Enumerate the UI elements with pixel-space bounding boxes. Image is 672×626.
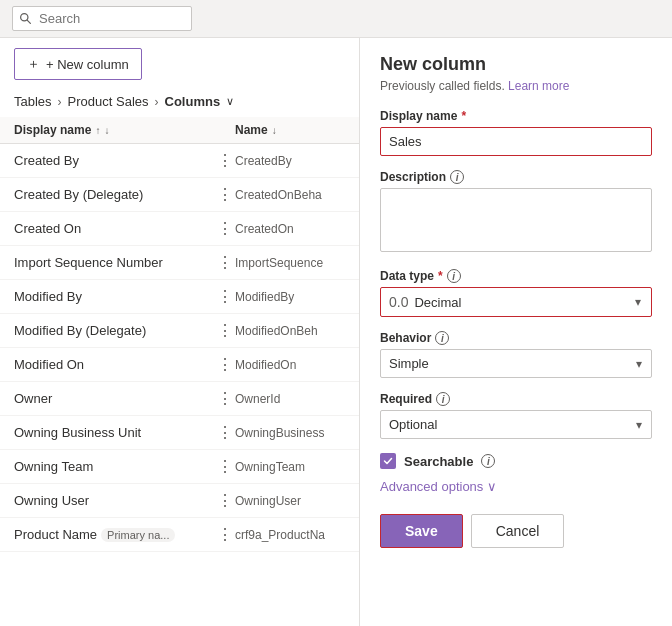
row-display-name: Owning Business Unit bbox=[14, 425, 215, 440]
breadcrumb-product-sales[interactable]: Product Sales bbox=[68, 94, 149, 109]
table-row[interactable]: Product NamePrimary na... ⋮ crf9a_Produc… bbox=[0, 518, 359, 552]
required-select[interactable]: Optional bbox=[380, 410, 652, 439]
row-menu-dots[interactable]: ⋮ bbox=[215, 321, 235, 340]
row-schema-name: CreatedOn bbox=[235, 222, 345, 236]
row-display-name: Owning User bbox=[14, 493, 215, 508]
breadcrumb-sep2: › bbox=[155, 95, 159, 109]
row-menu-dots[interactable]: ⋮ bbox=[215, 389, 235, 408]
row-menu-dots[interactable]: ⋮ bbox=[215, 525, 235, 544]
cancel-button[interactable]: Cancel bbox=[471, 514, 565, 548]
row-display-name: Owner bbox=[14, 391, 215, 406]
plus-icon: ＋ bbox=[27, 55, 40, 73]
footer-buttons: Save Cancel bbox=[380, 514, 652, 548]
sort-down-icon[interactable]: ↓ bbox=[104, 125, 109, 136]
search-bar bbox=[0, 0, 672, 38]
table-body: Created By ⋮ CreatedBy Created By (Deleg… bbox=[0, 144, 359, 626]
table-row[interactable]: Import Sequence Number ⋮ ImportSequence bbox=[0, 246, 359, 280]
display-name-input[interactable] bbox=[380, 127, 652, 156]
table-row[interactable]: Owning Business Unit ⋮ OwningBusiness bbox=[0, 416, 359, 450]
searchable-row: Searchable i bbox=[380, 453, 652, 469]
table-row[interactable]: Owning User ⋮ OwningUser bbox=[0, 484, 359, 518]
data-type-required-star: * bbox=[438, 269, 443, 283]
display-name-label: Display name * bbox=[380, 109, 652, 123]
panel-subtitle: Previously called fields. Learn more bbox=[380, 79, 652, 93]
description-input[interactable] bbox=[380, 188, 652, 252]
row-schema-name: ImportSequence bbox=[235, 256, 345, 270]
searchable-info-icon[interactable]: i bbox=[481, 454, 495, 468]
data-type-value: Decimal bbox=[414, 295, 461, 310]
table-header: Display name ↑ ↓ Name ↓ bbox=[0, 117, 359, 144]
left-panel: ＋ + New column Tables › Product Sales › … bbox=[0, 38, 360, 626]
row-menu-dots[interactable]: ⋮ bbox=[215, 287, 235, 306]
row-schema-name: CreatedOnBeha bbox=[235, 188, 345, 202]
table-row[interactable]: Created On ⋮ CreatedOn bbox=[0, 212, 359, 246]
table-row[interactable]: Modified By ⋮ ModifiedBy bbox=[0, 280, 359, 314]
svg-line-1 bbox=[27, 20, 30, 23]
table-row[interactable]: Created By ⋮ CreatedBy bbox=[0, 144, 359, 178]
data-type-chevron: ▾ bbox=[635, 295, 641, 309]
behavior-label: Behavior i bbox=[380, 331, 652, 345]
data-type-info-icon[interactable]: i bbox=[447, 269, 461, 283]
table-row[interactable]: Owning Team ⋮ OwningTeam bbox=[0, 450, 359, 484]
row-menu-dots[interactable]: ⋮ bbox=[215, 151, 235, 170]
sort-up-icon[interactable]: ↑ bbox=[95, 125, 100, 136]
col-name: Name ↓ bbox=[235, 123, 345, 137]
row-display-name: Created On bbox=[14, 221, 215, 236]
new-column-button[interactable]: ＋ + New column bbox=[14, 48, 142, 80]
data-type-label: Data type * i bbox=[380, 269, 652, 283]
row-display-name: Modified By (Delegate) bbox=[14, 323, 215, 338]
table-row[interactable]: Modified On ⋮ ModifiedOn bbox=[0, 348, 359, 382]
search-icon bbox=[19, 12, 32, 25]
row-display-name: Modified On bbox=[14, 357, 215, 372]
learn-more-link[interactable]: Learn more bbox=[508, 79, 569, 93]
row-schema-name: OwningTeam bbox=[235, 460, 345, 474]
advanced-options-link[interactable]: Advanced options ∨ bbox=[380, 479, 652, 494]
searchable-label: Searchable bbox=[404, 454, 473, 469]
required-star: * bbox=[461, 109, 466, 123]
row-menu-dots[interactable]: ⋮ bbox=[215, 457, 235, 476]
advanced-options-label: Advanced options bbox=[380, 479, 483, 494]
row-display-name: Modified By bbox=[14, 289, 215, 304]
behavior-info-icon[interactable]: i bbox=[435, 331, 449, 345]
behavior-select[interactable]: Simple bbox=[380, 349, 652, 378]
name-sort-icon[interactable]: ↓ bbox=[272, 125, 277, 136]
table-row[interactable]: Modified By (Delegate) ⋮ ModifiedOnBeh bbox=[0, 314, 359, 348]
new-column-label: + New column bbox=[46, 57, 129, 72]
required-info-icon[interactable]: i bbox=[436, 392, 450, 406]
breadcrumb-tables[interactable]: Tables bbox=[14, 94, 52, 109]
behavior-select-wrapper: Simple ▾ bbox=[380, 349, 652, 378]
row-schema-name: OwningUser bbox=[235, 494, 345, 508]
description-info-icon[interactable]: i bbox=[450, 170, 464, 184]
row-menu-dots[interactable]: ⋮ bbox=[215, 185, 235, 204]
row-menu-dots[interactable]: ⋮ bbox=[215, 491, 235, 510]
row-display-name: Created By bbox=[14, 153, 215, 168]
row-menu-dots[interactable]: ⋮ bbox=[215, 219, 235, 238]
row-schema-name: ModifiedOnBeh bbox=[235, 324, 345, 338]
breadcrumb-sep1: › bbox=[58, 95, 62, 109]
row-schema-name: CreatedBy bbox=[235, 154, 345, 168]
row-menu-dots[interactable]: ⋮ bbox=[215, 423, 235, 442]
required-label: Required i bbox=[380, 392, 652, 406]
search-input[interactable] bbox=[12, 6, 192, 31]
right-panel: New column Previously called fields. Lea… bbox=[360, 38, 672, 626]
breadcrumb-columns[interactable]: Columns bbox=[165, 94, 221, 109]
row-display-name: Owning Team bbox=[14, 459, 215, 474]
panel-title: New column bbox=[380, 54, 652, 75]
decimal-icon: 0.0 bbox=[389, 294, 408, 310]
searchable-checkbox[interactable] bbox=[380, 453, 396, 469]
subtitle-text: Previously called fields. bbox=[380, 79, 505, 93]
main-layout: ＋ + New column Tables › Product Sales › … bbox=[0, 38, 672, 626]
data-type-select[interactable]: 0.0 Decimal ▾ bbox=[380, 287, 652, 317]
row-menu-dots[interactable]: ⋮ bbox=[215, 355, 235, 374]
row-badge: Primary na... bbox=[101, 528, 175, 542]
row-schema-name: ModifiedBy bbox=[235, 290, 345, 304]
save-button[interactable]: Save bbox=[380, 514, 463, 548]
description-label: Description i bbox=[380, 170, 652, 184]
table-row[interactable]: Created By (Delegate) ⋮ CreatedOnBeha bbox=[0, 178, 359, 212]
table-row[interactable]: Owner ⋮ OwnerId bbox=[0, 382, 359, 416]
row-display-name: Import Sequence Number bbox=[14, 255, 215, 270]
advanced-options-chevron: ∨ bbox=[487, 479, 497, 494]
row-menu-dots[interactable]: ⋮ bbox=[215, 253, 235, 272]
row-display-name: Product NamePrimary na... bbox=[14, 527, 215, 542]
checkmark-icon bbox=[383, 456, 393, 466]
